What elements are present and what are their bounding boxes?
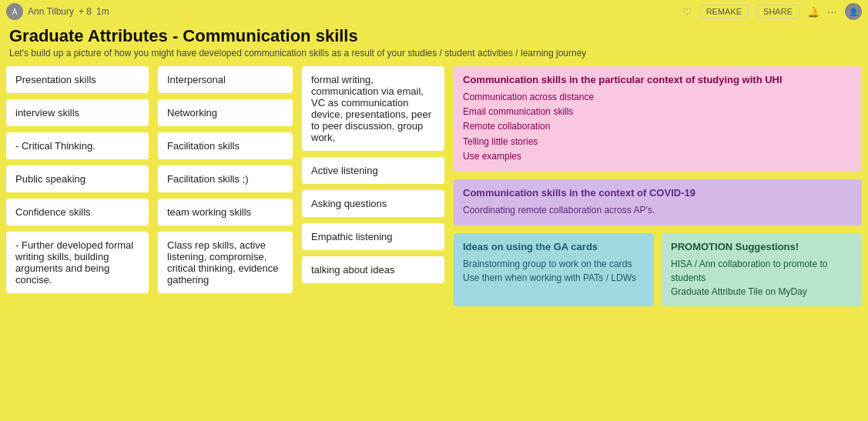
list-item-3: Telling little stories [463,135,853,149]
card-text: Empathic listening [311,231,393,242]
card-uhi-title: Communication skills in the particular c… [463,74,853,85]
card-class-rep[interactable]: Class rep skills, active listening, comp… [158,232,293,293]
column-1: Presentation skills interview skills - C… [6,66,149,293]
card-interpersonal[interactable]: Interpersonal [158,66,293,93]
bell-icon[interactable]: 🔔 [807,6,819,18]
user-plus: + 8 [79,6,92,17]
card-asking-questions[interactable]: Asking questions [302,190,444,217]
card-text: - Further developed formal writing skill… [15,239,133,286]
ga-item-1: Use them when working with PATs / LDWs [463,271,645,285]
share-button[interactable]: SHARE [756,5,799,18]
card-networking[interactable]: Networking [158,99,293,126]
card-covid-context[interactable]: Communication skills in the context of C… [454,179,862,226]
card-active-listening[interactable]: Active listening [302,157,444,184]
top-bar-left: A Ann Tilbury + 8 1m [6,3,109,20]
card-text: Asking questions [311,198,387,209]
card-critical-thinking[interactable]: - Critical Thinking. [6,132,149,159]
card-interview-skills[interactable]: interview skills [6,99,149,126]
card-uhi-items: Communication across distance Email comm… [463,90,853,164]
promotion-item-0: HISA / Ann collaboration to promote to s… [671,257,853,285]
avatar: A [6,3,23,20]
heart-icon[interactable]: ♡ [682,6,692,18]
card-team-working[interactable]: team working skills [158,199,293,226]
card-text: talking about ideas [311,264,394,276]
list-item-4: Use examples [463,149,853,164]
user-time: 1m [96,6,109,17]
user-name: Ann Tilbury [28,6,74,17]
card-covid-title: Communication skills in the context of C… [463,187,853,199]
card-text: Networking [167,107,217,119]
card-empathic-listening[interactable]: Empathic listening [302,223,444,250]
column-3: formal writing, communication via email,… [302,66,444,283]
page-title: Graduate Attributes - Communication skil… [9,26,859,46]
card-text: Facilitation skills ;) [167,173,248,185]
card-text: interview skills [15,107,79,119]
ga-item-0: Brainstorming group to work on the cards [463,257,645,271]
card-text: Class rep skills, active listening, comp… [167,239,279,286]
card-promotion[interactable]: PROMOTION Suggestions! HISA / Ann collab… [662,233,862,306]
card-text: team working skills [167,206,251,218]
card-formal-writing-email[interactable]: formal writing, communication via email,… [302,66,444,151]
card-text: Presentation skills [15,74,96,85]
card-confidence-skills[interactable]: Confidence skills [6,199,149,226]
header-section: Graduate Attributes - Communication skil… [0,23,868,66]
card-text: Public speaking [15,173,85,185]
card-text: - Critical Thinking. [15,140,96,152]
card-facilitation-skills[interactable]: Facilitation skills [158,132,293,159]
column-2: Interpersonal Networking Facilitation sk… [158,66,293,293]
bottom-row: Ideas on using the GA cards Brainstormin… [454,233,862,306]
card-text: Interpersonal [167,74,226,85]
card-text: Facilitation skills [167,140,240,152]
card-ga-title: Ideas on using the GA cards [463,241,645,252]
board: Presentation skills interview skills - C… [0,66,868,306]
card-talking-about-ideas[interactable]: talking about ideas [302,256,444,283]
promotion-item-1: Graduate Attribute Tile on MyDay [671,285,853,299]
card-formal-writing[interactable]: - Further developed formal writing skill… [6,232,149,293]
card-uhi-context[interactable]: Communication skills in the particular c… [454,66,862,172]
card-ga-ideas[interactable]: Ideas on using the GA cards Brainstormin… [454,233,654,306]
top-bar: A Ann Tilbury + 8 1m ♡ REMAKE SHARE 🔔 ⋯ … [0,0,868,23]
card-covid-text: Coordinating remote collaboration across… [463,203,853,218]
more-icon[interactable]: ⋯ [827,6,837,18]
card-text: formal writing, communication via email,… [311,74,431,143]
list-item-1: Email communication skills [463,105,853,119]
card-public-speaking[interactable]: Public speaking [6,165,149,192]
remake-button[interactable]: REMAKE [699,5,749,18]
card-text: Active listening [311,165,378,176]
user-avatar[interactable]: 👤 [845,3,862,20]
card-presentation-skills[interactable]: Presentation skills [6,66,149,93]
list-item-0: Communication across distance [463,90,853,105]
card-facilitation-skills-2[interactable]: Facilitation skills ;) [158,165,293,192]
list-item-2: Remote collaboration [463,119,853,134]
right-section: Communication skills in the particular c… [454,66,862,306]
card-text: Confidence skills [15,206,91,218]
page-subtitle: Let's build up a picture of how you migh… [9,48,859,58]
card-promotion-title: PROMOTION Suggestions! [671,241,853,252]
